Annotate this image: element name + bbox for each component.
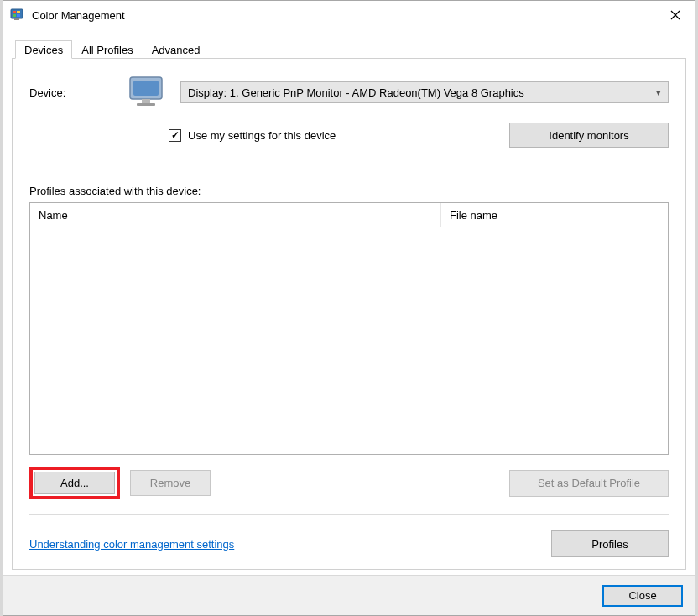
svg-rect-11 <box>137 103 155 106</box>
device-label: Device: <box>29 86 113 99</box>
tab-devices[interactable]: Devices <box>15 40 72 59</box>
separator <box>29 514 669 515</box>
profiles-section-label: Profiles associated with this device: <box>29 185 669 197</box>
use-my-settings-checkbox[interactable] <box>169 129 181 142</box>
understanding-link[interactable]: Understanding color management settings <box>29 538 234 551</box>
color-management-icon <box>10 8 25 23</box>
column-name[interactable]: Name <box>30 203 441 227</box>
monitor-icon <box>125 74 169 111</box>
close-icon <box>670 10 680 20</box>
identify-monitors-button[interactable]: Identify monitors <box>509 123 669 148</box>
set-default-profile-button: Set as Default Profile <box>509 470 669 497</box>
tab-content-devices: Device: Display: 1. Generic PnP Monitor … <box>12 58 686 570</box>
column-file-name[interactable]: File name <box>441 203 668 227</box>
footer-row: Understanding color management settings … <box>29 530 669 557</box>
close-button[interactable]: Close <box>602 585 683 607</box>
profiles-button[interactable]: Profiles <box>551 530 669 557</box>
window-close-button[interactable] <box>656 2 695 29</box>
use-settings-row: Use my settings for this device Identify… <box>29 123 669 148</box>
svg-rect-4 <box>17 14 20 17</box>
profiles-list-header: Name File name <box>30 203 668 227</box>
svg-rect-0 <box>11 9 23 18</box>
svg-rect-10 <box>142 99 150 103</box>
profiles-list[interactable]: Name File name <box>29 202 669 455</box>
tab-advanced[interactable]: Advanced <box>143 40 210 59</box>
svg-rect-1 <box>13 11 16 13</box>
chevron-down-icon: ▾ <box>656 87 661 98</box>
profile-buttons-row: Add... Remove Set as Default Profile <box>29 467 669 499</box>
add-button-highlight: Add... <box>29 467 120 499</box>
svg-rect-3 <box>13 14 16 17</box>
tabstrip: Devices All Profiles Advanced <box>12 38 686 58</box>
use-my-settings-label: Use my settings for this device <box>188 129 336 142</box>
profiles-list-body <box>30 227 668 454</box>
svg-rect-9 <box>133 81 159 96</box>
device-row: Device: Display: 1. Generic PnP Monitor … <box>29 74 669 111</box>
tab-all-profiles[interactable]: All Profiles <box>72 40 142 59</box>
device-select-value: Display: 1. Generic PnP Monitor - AMD Ra… <box>188 86 524 99</box>
bottom-bar: Close <box>3 575 695 615</box>
svg-rect-2 <box>17 11 20 13</box>
svg-rect-5 <box>14 18 19 20</box>
color-management-window: Color Management Devices All Profiles Ad… <box>3 0 695 616</box>
add-button[interactable]: Add... <box>34 472 115 494</box>
client-area: Devices All Profiles Advanced Device: Di… <box>3 29 695 575</box>
titlebar: Color Management <box>3 1 695 29</box>
remove-button: Remove <box>130 470 211 496</box>
window-title: Color Management <box>32 9 125 22</box>
device-select[interactable]: Display: 1. Generic PnP Monitor - AMD Ra… <box>180 81 669 103</box>
